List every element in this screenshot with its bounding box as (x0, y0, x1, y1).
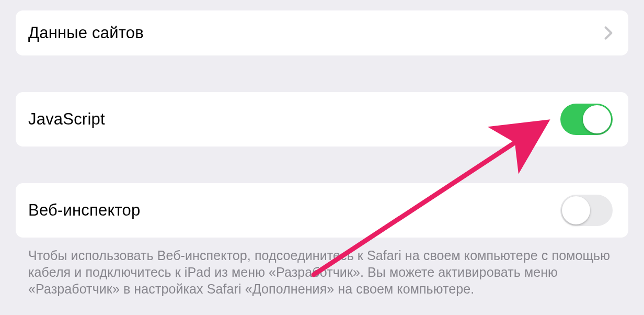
javascript-group: JavaScript (16, 92, 628, 147)
web-inspector-toggle[interactable] (560, 195, 613, 226)
javascript-toggle[interactable] (560, 104, 613, 135)
site-data-group: Данные сайтов (16, 10, 628, 55)
javascript-row: JavaScript (16, 92, 628, 147)
web-inspector-row: Веб-инспектор (16, 183, 628, 238)
javascript-label: JavaScript (28, 110, 105, 129)
web-inspector-label: Веб-инспектор (28, 201, 140, 220)
web-inspector-group: Веб-инспектор (16, 183, 628, 238)
web-inspector-footer: Чтобы использовать Веб-инспектор, подсое… (16, 247, 628, 297)
site-data-label: Данные сайтов (28, 24, 144, 42)
toggle-knob (562, 196, 590, 224)
toggle-knob (583, 105, 611, 133)
chevron-right-icon (604, 26, 613, 40)
site-data-row[interactable]: Данные сайтов (16, 10, 628, 55)
